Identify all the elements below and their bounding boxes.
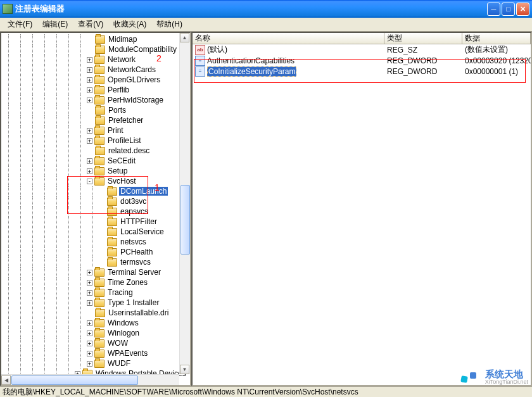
tree-toggle[interactable]: + [87,77,92,83]
tree-node[interactable]: Userinstallable.dri [3,308,189,318]
scroll-thumb-h[interactable] [11,375,138,385]
folder-icon [94,319,104,327]
tree-node[interactable]: +Windows [3,318,189,328]
value-row[interactable]: ≡AuthenticationCapabilitiesREG_DWORD0x00… [193,55,531,66]
scroll-right-button[interactable]: ▶ [170,385,179,386]
tree-node[interactable]: PCHealth [3,247,189,257]
tree-toggle[interactable]: + [87,351,92,356]
tree-node[interactable]: +PerHwIdStorage [3,95,189,105]
tree-toggle[interactable]: + [87,331,92,336]
tree-toggle[interactable]: + [87,341,92,346]
tree-toggle[interactable]: + [87,87,92,93]
value-data: 0x00000001 (1) [462,67,531,76]
tree-node[interactable]: +Time Zones [3,277,189,287]
scroll-down-button[interactable]: ▼ [180,365,189,374]
tree-node[interactable]: -SvcHost [3,176,189,186]
values-panel[interactable]: 名称 类型 数据 ab(默认)REG_SZ(数值未设置)≡Authenticat… [191,32,532,386]
value-row[interactable]: ≡CoInitializeSecurityParamREG_DWORD0x000… [193,66,531,77]
value-type: REG_SZ [384,46,462,54]
tree-node[interactable]: Ports [3,105,189,115]
tree-node[interactable]: +SeCEdit [3,156,189,166]
tree-node[interactable]: +WUDF [3,358,189,369]
scroll-left-button[interactable]: ◀ [1,375,11,385]
tree-label: DComLaunch [119,187,168,196]
maximize-button[interactable]: □ [502,3,515,16]
tree-node[interactable]: +Type 1 Installer [3,298,189,308]
registry-tree: MidimapModuleCompatibility+Network+Netwo… [1,33,190,380]
tree-toggle[interactable]: + [87,320,92,326]
menu-edit[interactable]: 编辑(E) [37,18,73,31]
folder-icon [94,360,104,368]
tree-node[interactable]: +ProfileList [3,135,189,146]
tree-node[interactable]: related.desc [3,146,189,156]
tree-node[interactable]: termsvcs [3,257,189,267]
tree-toggle[interactable]: + [87,138,92,144]
folder-icon [94,86,104,94]
folder-icon [94,96,104,104]
scroll-thumb-v[interactable] [180,185,190,255]
tree-node[interactable]: +NetworkCards [3,65,189,75]
tree-node[interactable]: +Setup [3,166,189,176]
menu-favorites[interactable]: 收藏夹(A) [108,18,151,31]
tree-label: Terminal Server [106,268,162,277]
value-row[interactable]: ab(默认)REG_SZ(数值未设置) [193,44,531,55]
folder-icon [94,127,104,135]
titlebar[interactable]: 注册表编辑器 ─ □ ✕ [0,0,532,18]
column-type[interactable]: 类型 [384,33,462,44]
tree-node[interactable]: +Tracing [3,287,189,298]
tree-node[interactable]: +Print [3,125,189,135]
folder-icon [94,299,104,307]
tree-panel[interactable]: MidimapModuleCompatibility+Network+Netwo… [0,32,191,386]
tree-node[interactable]: +OpenGLDrivers [3,75,189,85]
tree-node[interactable]: DComLaunch [3,186,189,196]
column-data[interactable]: 数据 [462,33,531,44]
content-area: MidimapModuleCompatibility+Network+Netwo… [0,32,532,386]
tree-node[interactable]: +Winlogon [3,328,189,338]
scroll-up-button[interactable]: ▲ [180,33,189,42]
tree-toggle[interactable]: + [87,158,92,164]
tree-node[interactable]: Prefetcher [3,115,189,125]
tree-node[interactable]: LocalService [3,227,189,237]
folder-icon [107,258,117,267]
tree-label: WPAEvents [106,349,149,358]
tree-toggle[interactable]: + [87,290,92,296]
tree-node[interactable]: Midimap [3,34,189,44]
menu-help[interactable]: 帮助(H) [151,18,187,31]
tree-node[interactable]: dot3svc [3,196,189,206]
tree-toggle[interactable]: + [87,67,92,73]
tree-label: HTTPFilter [119,217,158,226]
tree-label: eapsvcs [119,207,149,216]
tree-scrollbar-horizontal[interactable]: ◀ ▶ [1,374,179,385]
menu-view[interactable]: 查看(V) [73,18,108,31]
tree-toggle[interactable]: + [87,128,92,134]
tree-node[interactable]: +WOW [3,338,189,348]
tree-label: Perflib [106,85,130,94]
tree-toggle[interactable]: + [87,168,92,174]
tree-label: Time Zones [106,278,149,287]
tree-label: Type 1 Installer [106,298,160,307]
tree-label: Userinstallable.dri [107,308,170,317]
folder-icon [94,268,104,277]
folder-icon [94,289,104,297]
menu-file[interactable]: 文件(F) [3,18,37,31]
tree-toggle[interactable]: + [87,280,92,286]
close-button[interactable]: ✕ [516,3,529,16]
minimize-button[interactable]: ─ [487,3,500,16]
tree-node[interactable]: HTTPFilter [3,217,189,227]
tree-toggle[interactable]: + [87,98,92,103]
tree-node[interactable]: +Terminal Server [3,267,189,277]
tree-scrollbar-vertical[interactable]: ▲ ▼ [179,33,190,374]
tree-node[interactable]: netsvcs [3,237,189,247]
tree-label: dot3svc [119,197,148,206]
tree-node[interactable]: eapsvcs [3,206,189,217]
tree-toggle[interactable]: + [87,270,92,275]
column-name[interactable]: 名称 [193,33,384,44]
tree-node[interactable]: +WPAEvents [3,348,189,358]
tree-toggle[interactable]: + [87,57,92,63]
value-type-icon: ≡ [195,56,205,66]
tree-toggle[interactable]: + [87,361,92,367]
tree-label: PCHealth [119,248,154,256]
tree-toggle[interactable]: + [87,300,92,306]
tree-node[interactable]: +Perflib [3,85,189,95]
tree-toggle[interactable]: - [87,179,92,184]
